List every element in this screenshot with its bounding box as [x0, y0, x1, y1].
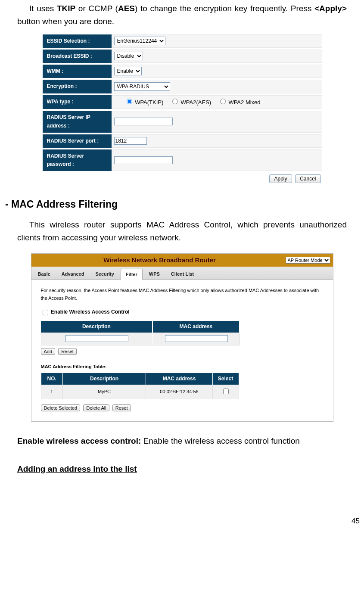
router-title: Wireless Network Broadband Router: [103, 255, 216, 265]
wpa-tkip-option[interactable]: WPA(TKIP): [124, 99, 164, 106]
add-button[interactable]: Add: [41, 348, 56, 355]
wpa-type-label: WPA type :: [43, 95, 112, 109]
wireless-settings-panel: ESSID Selection : EnGenius112244 Broadca…: [43, 33, 322, 183]
enable-line-text: Enable the wireless access control funct…: [141, 436, 300, 445]
row-select-checkbox[interactable]: [223, 389, 229, 394]
essid-selection-select[interactable]: EnGenius112244: [114, 37, 165, 45]
broadcast-essid-select[interactable]: Disable: [114, 52, 143, 60]
router-tabs: Basic Advanced Security Filter WPS Clien…: [31, 267, 333, 280]
th-select: Select: [212, 373, 239, 385]
text: ) to change the encryption key frequentl…: [135, 4, 314, 13]
wpa2-mixed-label: WPA2 Mixed: [228, 99, 260, 106]
col-mac-address: MAC address: [153, 321, 239, 333]
tab-basic[interactable]: Basic: [33, 269, 55, 280]
adding-address-heading: Adding an address into the list: [17, 463, 347, 476]
text-apply: <Apply>: [314, 4, 347, 13]
tab-security[interactable]: Security: [90, 269, 118, 280]
text: or CCMP (: [75, 4, 118, 13]
cell-no: 1: [41, 385, 62, 399]
radius-password-label: RADIUS Server password :: [43, 149, 112, 171]
th-description: Description: [62, 373, 146, 385]
text: It uses: [29, 4, 57, 13]
radius-port-label: RADIUS Server port :: [43, 134, 112, 148]
page-footer: 45: [4, 515, 360, 526]
enable-line-label: Enable wireless access control:: [17, 436, 141, 445]
text-aes: AES: [118, 4, 135, 13]
radius-ip-label: RADIUS Server IP address :: [43, 111, 112, 132]
th-mac: MAC address: [146, 373, 212, 385]
cell-description: MyPC: [62, 385, 146, 399]
wpa-tkip-radio[interactable]: [127, 99, 132, 104]
enable-line: Enable wireless access control: Enable t…: [17, 435, 347, 448]
text-tkip: TKIP: [57, 4, 75, 13]
table-row: 1 MyPC 00:02:6F:12:34:56: [41, 385, 239, 399]
tab-client-list[interactable]: Client List: [166, 269, 199, 280]
wpa-tkip-label: WPA(TKIP): [135, 99, 163, 106]
cell-mac: 00:02:6F:12:34:56: [146, 385, 212, 399]
wpa2-mixed-option[interactable]: WPA2 Mixed: [218, 99, 261, 106]
radius-port-input[interactable]: [114, 137, 147, 145]
mac-filtering-paragraph: This wireless router supports MAC Addres…: [17, 218, 347, 245]
encryption-label: Encryption :: [43, 80, 112, 93]
col-description: Description: [41, 321, 153, 333]
mac-filtering-heading: - MAC Address Filtering: [5, 196, 360, 212]
essid-selection-label: ESSID Selection :: [43, 34, 112, 48]
filter-description: For security reason, the Access Point fe…: [41, 287, 324, 302]
cancel-button[interactable]: Cancel: [295, 174, 320, 183]
text: button when you are done.: [17, 17, 114, 26]
delete-selected-button[interactable]: Delete Selected: [41, 404, 81, 411]
reset-table-button[interactable]: Reset: [112, 404, 131, 411]
broadcast-essid-label: Broadcast ESSID :: [43, 50, 112, 63]
intro-paragraph: It uses TKIP or CCMP (AES) to change the…: [17, 2, 347, 28]
router-filter-panel: Wireless Network Broadband Router AP Rou…: [31, 253, 333, 422]
tab-advanced[interactable]: Advanced: [57, 269, 89, 280]
encryption-select[interactable]: WPA RADIUS: [114, 82, 170, 91]
router-title-bar: Wireless Network Broadband Router AP Rou…: [31, 254, 333, 267]
wpa2-aes-radio[interactable]: [172, 99, 178, 104]
page-number: 45: [352, 517, 360, 525]
wpa2-aes-option[interactable]: WPA2(AES): [170, 99, 211, 106]
router-mode-select[interactable]: AP Router Mode: [286, 257, 330, 264]
mac-input-row: [41, 333, 240, 345]
apply-button[interactable]: Apply: [269, 174, 292, 183]
wmm-label: WMM :: [43, 65, 112, 78]
tab-filter[interactable]: Filter: [121, 269, 143, 280]
enable-access-control-checkbox[interactable]: [43, 310, 48, 315]
tab-wps[interactable]: WPS: [144, 269, 165, 280]
radius-ip-input[interactable]: [114, 118, 173, 125]
reset-button[interactable]: Reset: [58, 348, 77, 355]
mac-input-header: Description MAC address: [41, 321, 239, 333]
wpa2-aes-label: WPA2(AES): [181, 99, 212, 106]
th-no: NO.: [41, 373, 62, 385]
mac-address-input[interactable]: [165, 335, 228, 342]
description-input[interactable]: [65, 335, 128, 342]
delete-all-button[interactable]: Delete All: [83, 404, 109, 411]
mac-filter-table: NO. Description MAC address Select 1 MyP…: [41, 373, 239, 399]
radius-password-input[interactable]: [114, 156, 173, 164]
wmm-select[interactable]: Enable: [114, 67, 142, 75]
wpa2-mixed-radio[interactable]: [220, 99, 226, 104]
enable-access-control-label: Enable Wireless Access Control: [51, 309, 130, 315]
filter-table-title: MAC Address Filtering Table:: [41, 363, 324, 371]
